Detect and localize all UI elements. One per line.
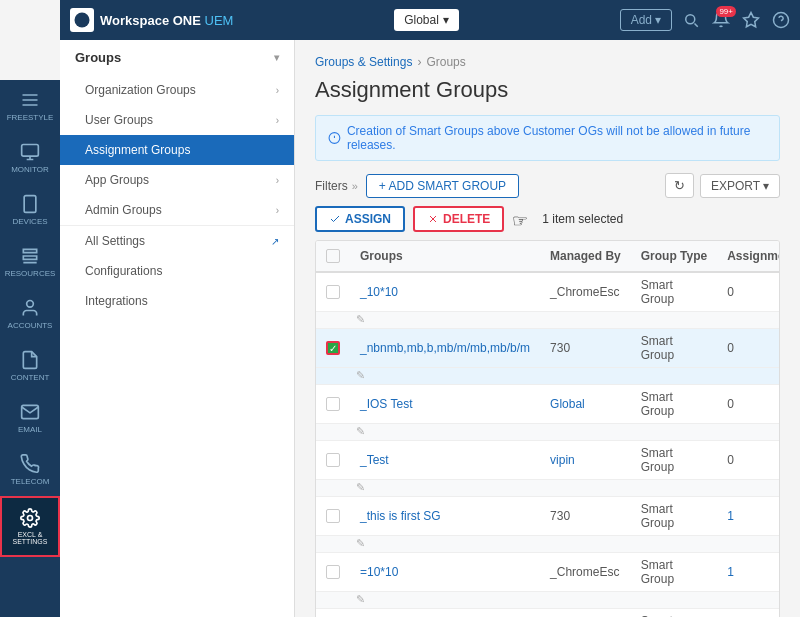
search-icon[interactable] bbox=[682, 11, 700, 29]
add-smart-group-button[interactable]: + ADD SMART GROUP bbox=[366, 174, 519, 198]
table-row: =10*10 _ChromeEsc Smart Group 1 0 bbox=[316, 553, 780, 592]
row-name[interactable]: 003S bbox=[350, 609, 540, 618]
row-name[interactable]: =10*10 bbox=[350, 553, 540, 592]
row-name[interactable]: _Test bbox=[350, 441, 540, 480]
sidebar-item-org-groups[interactable]: Organization Groups › bbox=[60, 75, 294, 105]
logo-icon bbox=[70, 8, 94, 32]
edit-row: ✎ bbox=[316, 536, 780, 553]
main-wrap: Groups ▾ Organization Groups › User Grou… bbox=[60, 40, 800, 617]
row-name[interactable]: _this is first SG bbox=[350, 497, 540, 536]
action-bar: ASSIGN DELETE ☞ 1 item selected bbox=[315, 206, 780, 232]
page-title: Assignment Groups bbox=[315, 77, 780, 103]
nav-item-monitor[interactable]: MONITOR bbox=[0, 132, 60, 184]
sidebar-item-app-groups[interactable]: App Groups › bbox=[60, 165, 294, 195]
table-header-checkbox[interactable] bbox=[316, 241, 350, 272]
table-header-assignments: Assignments bbox=[717, 241, 780, 272]
table-row: _this is first SG 730 Smart Group 1 0 bbox=[316, 497, 780, 536]
table-row: _10*10 _ChromeEsc Smart Group 0 0 bbox=[316, 272, 780, 312]
toolbar-left: Filters » + ADD SMART GROUP bbox=[315, 174, 519, 198]
row-name[interactable]: _IOS Test bbox=[350, 385, 540, 424]
star-icon[interactable] bbox=[742, 11, 760, 29]
table-row: ✓ _nbnmb,mb,b,mb/m/mb,mb/b/m 730 Smart G… bbox=[316, 329, 780, 368]
refresh-button[interactable]: ↻ bbox=[665, 173, 694, 198]
row-assignments: 0 bbox=[717, 329, 780, 368]
groups-chevron: ▾ bbox=[274, 52, 279, 63]
export-button[interactable]: EXPORT ▾ bbox=[700, 174, 780, 198]
selected-count: 1 item selected bbox=[542, 212, 623, 226]
edit-icon[interactable]: ✎ bbox=[356, 537, 365, 549]
row-checkbox[interactable] bbox=[316, 385, 350, 424]
row-assignments: 0 bbox=[717, 385, 780, 424]
row-checkbox-checked[interactable]: ✓ bbox=[316, 329, 350, 368]
assign-icon bbox=[329, 213, 341, 225]
row-name[interactable]: _10*10 bbox=[350, 272, 540, 312]
nav-item-resources[interactable]: RESOURCES bbox=[0, 236, 60, 288]
row-assignments: 7 bbox=[717, 609, 780, 618]
sidebar-groups-header[interactable]: Groups ▾ bbox=[60, 40, 294, 75]
row-checkbox[interactable] bbox=[316, 497, 350, 536]
toolbar: Filters » + ADD SMART GROUP ↻ EXPORT ▾ bbox=[315, 173, 780, 198]
breadcrumb-part2: Groups bbox=[426, 55, 465, 69]
nav-item-telecom[interactable]: TELECOM bbox=[0, 444, 60, 496]
global-button[interactable]: Global ▾ bbox=[394, 9, 459, 31]
sidebar: Groups ▾ Organization Groups › User Grou… bbox=[60, 40, 295, 617]
row-managed-by: 730 bbox=[540, 329, 631, 368]
org-groups-arrow: › bbox=[276, 85, 279, 96]
row-managed-by: 730 bbox=[540, 497, 631, 536]
add-button[interactable]: Add ▾ bbox=[620, 9, 672, 31]
edit-row: ✎ bbox=[316, 424, 780, 441]
nav-item-accounts[interactable]: ACCOUNTS bbox=[0, 288, 60, 340]
info-banner: Creation of Smart Groups above Customer … bbox=[315, 115, 780, 161]
row-managed-by: vipin bbox=[540, 441, 631, 480]
row-name[interactable]: _nbnmb,mb,b,mb/m/mb,mb/b/m bbox=[350, 329, 540, 368]
edit-icon[interactable]: ✎ bbox=[356, 425, 365, 437]
nav-item-content[interactable]: CONTENT bbox=[0, 340, 60, 392]
admin-groups-arrow: › bbox=[276, 205, 279, 216]
nav-item-excl-settings[interactable]: EXCL & SETTINGS bbox=[0, 496, 60, 557]
table-row: 003S ravi_afw Smart Group 7 0 bbox=[316, 609, 780, 618]
edit-icon[interactable]: ✎ bbox=[356, 593, 365, 605]
svg-point-0 bbox=[75, 13, 90, 28]
row-assignments: 1 bbox=[717, 553, 780, 592]
edit-row: ✎ bbox=[316, 312, 780, 329]
app-name: Workspace ONE UEM bbox=[100, 13, 233, 28]
row-group-type: Smart Group bbox=[631, 609, 717, 618]
sidebar-item-integrations[interactable]: Integrations bbox=[60, 286, 294, 316]
row-checkbox[interactable] bbox=[316, 553, 350, 592]
help-icon[interactable] bbox=[772, 11, 790, 29]
filters-button[interactable]: Filters » bbox=[315, 179, 358, 193]
sidebar-item-configurations[interactable]: Configurations bbox=[60, 256, 294, 286]
breadcrumb-part1[interactable]: Groups & Settings bbox=[315, 55, 412, 69]
sidebar-item-user-groups[interactable]: User Groups › bbox=[60, 105, 294, 135]
nav-item-devices[interactable]: DEVICES bbox=[0, 184, 60, 236]
table-header-managed-by: Managed By bbox=[540, 241, 631, 272]
sidebar-item-all-settings[interactable]: All Settings ↗ bbox=[60, 226, 294, 256]
nav-item-email[interactable]: EMAIL bbox=[0, 392, 60, 444]
row-group-type: Smart Group bbox=[631, 553, 717, 592]
row-checkbox[interactable] bbox=[316, 272, 350, 312]
row-group-type: Smart Group bbox=[631, 385, 717, 424]
left-nav: FREESTYLE MONITOR DEVICES RESOURCES ACCO… bbox=[0, 80, 60, 617]
app-groups-arrow: › bbox=[276, 175, 279, 186]
row-checkbox[interactable] bbox=[316, 441, 350, 480]
edit-row: ✎ bbox=[316, 480, 780, 497]
row-managed-by: _ChromeEsc bbox=[540, 553, 631, 592]
sidebar-item-admin-groups[interactable]: Admin Groups › bbox=[60, 195, 294, 225]
user-groups-arrow: › bbox=[276, 115, 279, 126]
table-header-group-type: Group Type bbox=[631, 241, 717, 272]
assign-button[interactable]: ASSIGN bbox=[315, 206, 405, 232]
nav-item-freestyle[interactable]: FREESTYLE bbox=[0, 80, 60, 132]
delete-icon bbox=[427, 213, 439, 225]
content-area: Groups & Settings › Groups Assignment Gr… bbox=[295, 40, 800, 617]
edit-icon[interactable]: ✎ bbox=[356, 481, 365, 493]
delete-button[interactable]: DELETE bbox=[413, 206, 504, 232]
row-checkbox[interactable] bbox=[316, 609, 350, 618]
row-group-type: Smart Group bbox=[631, 272, 717, 312]
edit-icon[interactable]: ✎ bbox=[356, 369, 365, 381]
table-row: _Test vipin Smart Group 0 0 bbox=[316, 441, 780, 480]
edit-icon[interactable]: ✎ bbox=[356, 313, 365, 325]
sidebar-item-assignment-groups[interactable]: Assignment Groups bbox=[60, 135, 294, 165]
edit-row: ✎ bbox=[316, 592, 780, 609]
svg-rect-2 bbox=[22, 145, 39, 157]
notifications-icon[interactable]: 99+ bbox=[712, 10, 730, 31]
